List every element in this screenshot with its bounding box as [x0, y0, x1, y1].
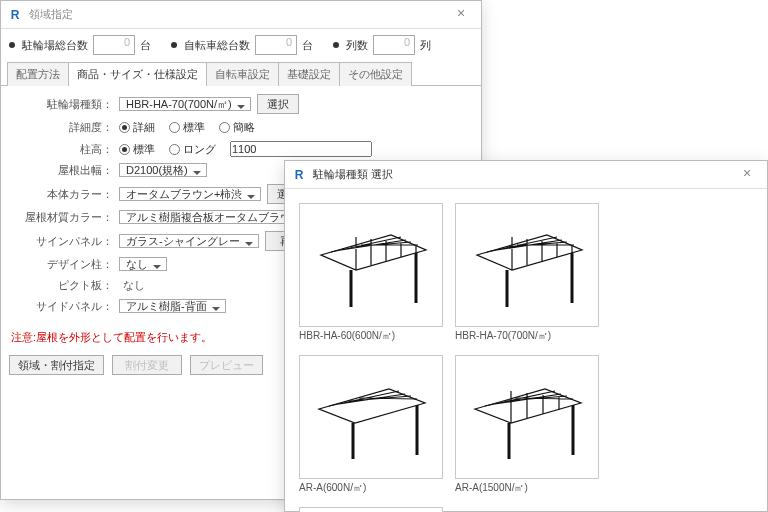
product-card[interactable]: HBR-HA-60(600N/㎡) — [299, 203, 443, 343]
tab-product[interactable]: 商品・サイズ・仕様設定 — [68, 62, 207, 86]
app-logo-icon: R — [291, 167, 307, 183]
product-thumb — [299, 355, 443, 479]
body-color-select[interactable]: オータムブラウン+柿渋 — [119, 187, 261, 201]
mat-color-label: 屋根材質カラー： — [11, 210, 119, 225]
picto-label: ピクト板： — [11, 278, 119, 293]
app-logo-icon: R — [7, 7, 23, 23]
titlebar: R 駐輪場種類 選択 × — [285, 161, 767, 189]
product-thumb — [455, 355, 599, 479]
summary-row: 駐輪場総台数 0 台 自転車総台数 0 台 列数 0 列 — [1, 29, 481, 61]
tab-other[interactable]: その他設定 — [339, 62, 412, 86]
assign-change-button[interactable]: 割付変更 — [112, 355, 182, 375]
sign-label: サインパネル： — [11, 234, 119, 249]
window-title: 領域指定 — [29, 7, 447, 22]
product-card[interactable]: HBR-HA-70(700N/㎡) — [455, 203, 599, 343]
bullet-icon — [9, 42, 15, 48]
product-grid: HBR-HA-60(600N/㎡) HBR-HA-70(700N/㎡) AR-A… — [285, 189, 767, 512]
product-card[interactable]: AR-A(1500N/㎡) — [455, 355, 599, 495]
design-label: デザイン柱： — [11, 257, 119, 272]
detail-radio-simple[interactable]: 簡略 — [219, 120, 255, 135]
tab-bike[interactable]: 自転車設定 — [206, 62, 279, 86]
design-select[interactable]: なし — [119, 257, 167, 271]
post-height-input[interactable] — [230, 141, 372, 157]
product-card[interactable]: AS-B — [299, 507, 443, 512]
unit: 台 — [302, 38, 313, 53]
picto-value: なし — [119, 278, 145, 293]
selection-window: R 駐輪場種類 選択 × HBR-HA-60(600N/㎡) HBR-HA-70… — [284, 160, 768, 512]
side-select[interactable]: アルミ樹脂-背面 — [119, 299, 226, 313]
total-bike-value: 0 — [255, 35, 297, 55]
rows-label: 列数 — [346, 38, 368, 53]
kind-select-button[interactable]: 選択 — [257, 94, 299, 114]
post-radio-standard[interactable]: 標準 — [119, 142, 155, 157]
product-caption: AR-A(600N/㎡) — [299, 481, 443, 495]
product-card[interactable]: AR-A(600N/㎡) — [299, 355, 443, 495]
total-parking-value: 0 — [93, 35, 135, 55]
tab-foundation[interactable]: 基礎設定 — [278, 62, 340, 86]
side-label: サイドパネル： — [11, 299, 119, 314]
total-bike-label: 自転車総台数 — [184, 38, 250, 53]
bullet-icon — [333, 42, 339, 48]
roof-select[interactable]: D2100(規格) — [119, 163, 207, 177]
product-thumb — [455, 203, 599, 327]
product-thumb — [299, 203, 443, 327]
detail-radios: 詳細 標準 簡略 — [119, 120, 471, 135]
close-icon[interactable]: × — [447, 5, 475, 25]
tabs: 配置方法 商品・サイズ・仕様設定 自転車設定 基礎設定 その他設定 — [1, 61, 481, 85]
roof-label: 屋根出幅： — [11, 163, 119, 178]
detail-radio-standard[interactable]: 標準 — [169, 120, 205, 135]
detail-radio-detailed[interactable]: 詳細 — [119, 120, 155, 135]
kind-label: 駐輪場種類： — [11, 97, 119, 112]
product-thumb — [299, 507, 443, 512]
area-assign-button[interactable]: 領域・割付指定 — [9, 355, 104, 375]
bullet-icon — [171, 42, 177, 48]
kind-select[interactable]: HBR-HA-70(700N/㎡) — [119, 97, 251, 111]
rows-value: 0 — [373, 35, 415, 55]
sign-select[interactable]: ガラス-シャイングレー — [119, 234, 259, 248]
post-label: 柱高： — [11, 142, 119, 157]
unit: 列 — [420, 38, 431, 53]
titlebar: R 領域指定 × — [1, 1, 481, 29]
body-color-label: 本体カラー： — [11, 187, 119, 202]
total-parking-label: 駐輪場総台数 — [22, 38, 88, 53]
detail-label: 詳細度： — [11, 120, 119, 135]
tab-placement[interactable]: 配置方法 — [7, 62, 69, 86]
preview-button[interactable]: プレビュー — [190, 355, 263, 375]
product-caption: AR-A(1500N/㎡) — [455, 481, 599, 495]
post-radio-long[interactable]: ロング — [169, 142, 216, 157]
unit: 台 — [140, 38, 151, 53]
close-icon[interactable]: × — [733, 165, 761, 185]
product-caption: HBR-HA-60(600N/㎡) — [299, 329, 443, 343]
product-caption: HBR-HA-70(700N/㎡) — [455, 329, 599, 343]
window-title: 駐輪場種類 選択 — [313, 167, 733, 182]
